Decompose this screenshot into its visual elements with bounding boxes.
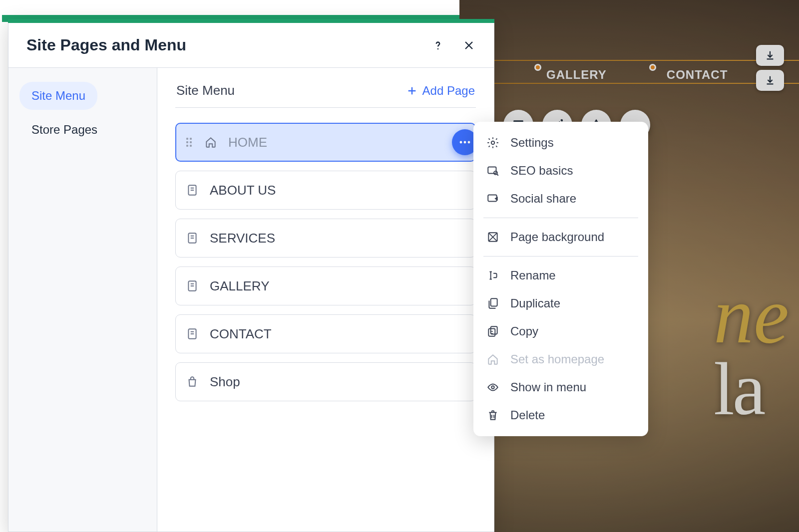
page-label: HOME xyxy=(228,135,441,150)
menu-item-settings[interactable]: Settings xyxy=(473,129,648,157)
page-icon xyxy=(186,184,199,197)
svg-point-6 xyxy=(468,141,470,144)
menu-item-delete[interactable]: Delete xyxy=(473,401,648,429)
close-icon xyxy=(463,39,475,51)
site-nav: ES GALLERY CONTACT xyxy=(459,67,799,83)
page-label: SERVICES xyxy=(210,231,465,246)
menu-separator xyxy=(483,256,638,257)
sidebar-item-store-pages[interactable]: Store Pages xyxy=(19,116,109,144)
seo-icon xyxy=(486,164,499,177)
pill-download-button[interactable] xyxy=(756,45,784,66)
page-label: CONTACT xyxy=(210,326,465,342)
drag-handle-icon[interactable] xyxy=(186,138,193,147)
sidebar-item-site-menu[interactable]: Site Menu xyxy=(19,82,97,110)
page-item-home[interactable]: HOME xyxy=(175,123,476,162)
menu-item-label: Set as homepage xyxy=(510,352,604,366)
panel-title: Site Pages and Menu xyxy=(26,36,186,54)
home-icon xyxy=(486,353,499,366)
menu-item-rename[interactable]: Rename xyxy=(473,262,648,289)
headline-line2: la xyxy=(714,347,764,430)
menu-item-seo-basics[interactable]: SEO basics xyxy=(473,157,648,185)
page-icon xyxy=(186,232,199,245)
page-label: ABOUT US xyxy=(210,183,465,198)
page-item-contact[interactable]: CONTACT xyxy=(175,314,476,353)
page-label: GALLERY xyxy=(210,278,465,294)
trash-icon xyxy=(486,409,499,422)
add-page-label: Add Page xyxy=(422,84,475,98)
menu-separator xyxy=(483,218,638,218)
menu-item-label: Delete xyxy=(510,408,545,422)
menu-item-set-as-homepage: Set as homepage xyxy=(473,345,648,373)
nav-handle-dot[interactable] xyxy=(649,64,656,71)
bag-icon xyxy=(186,375,199,388)
plus-icon xyxy=(406,85,417,96)
help-button[interactable] xyxy=(431,38,445,52)
menu-item-label: Show in menu xyxy=(510,380,586,394)
menu-item-label: Settings xyxy=(510,136,554,150)
more-icon xyxy=(459,141,470,144)
page-item-about-us[interactable]: ABOUT US xyxy=(175,171,476,210)
eye-icon xyxy=(486,381,499,394)
menu-item-duplicate[interactable]: Duplicate xyxy=(473,289,648,317)
nav-item-gallery[interactable]: GALLERY xyxy=(546,68,607,82)
page-list: HOMEABOUT USSERVICESGALLERYCONTACTShop xyxy=(175,123,476,401)
copy-icon xyxy=(486,325,499,338)
svg-point-4 xyxy=(460,141,462,144)
nav-item-contact[interactable]: CONTACT xyxy=(667,68,728,82)
pill-download-button[interactable] xyxy=(756,70,784,91)
menu-item-social-share[interactable]: Social share xyxy=(473,185,648,213)
duplicate-icon xyxy=(486,297,499,310)
page-icon xyxy=(186,327,199,340)
close-button[interactable] xyxy=(462,38,476,52)
menu-item-label: SEO basics xyxy=(510,164,573,178)
menu-item-label: Copy xyxy=(510,324,538,338)
add-page-button[interactable]: Add Page xyxy=(406,84,475,98)
page-icon xyxy=(186,279,199,292)
panel-sidebar: Site Menu Store Pages xyxy=(8,68,157,532)
panel-header: Site Pages and Menu xyxy=(8,23,494,68)
hero-headline: ne la xyxy=(714,279,789,423)
menu-item-label: Rename xyxy=(510,268,556,282)
page-item-services[interactable]: SERVICES xyxy=(175,219,476,258)
menu-item-label: Duplicate xyxy=(510,296,560,310)
site-pages-panel: Site Pages and Menu Site Menu Store Page… xyxy=(8,19,494,532)
page-item-gallery[interactable]: GALLERY xyxy=(175,266,476,305)
menu-item-show-in-menu[interactable]: Show in menu xyxy=(473,373,648,401)
section-title: Site Menu xyxy=(176,83,235,98)
page-label: Shop xyxy=(210,374,465,390)
home-icon xyxy=(204,136,217,149)
panel-main: Site Menu Add Page HOMEABOUT USSERVICESG… xyxy=(157,68,494,532)
menu-item-label: Page background xyxy=(510,230,604,244)
svg-point-5 xyxy=(464,141,466,144)
menu-item-copy[interactable]: Copy xyxy=(473,317,648,345)
download-icon xyxy=(765,75,776,86)
pattern-icon xyxy=(486,231,499,244)
page-item-shop[interactable]: Shop xyxy=(175,362,476,401)
menu-item-page-background[interactable]: Page background xyxy=(473,223,648,251)
menu-item-label: Social share xyxy=(510,192,576,206)
nav-handle-dot[interactable] xyxy=(534,64,541,71)
download-icon xyxy=(765,50,776,61)
share-icon xyxy=(486,192,499,205)
rename-icon xyxy=(486,269,499,282)
help-icon xyxy=(431,39,444,52)
gear-icon xyxy=(486,136,499,149)
svg-point-3 xyxy=(437,48,439,49)
headline-line1: ne xyxy=(714,271,789,360)
page-context-menu: SettingsSEO basicsSocial sharePage backg… xyxy=(473,122,648,436)
